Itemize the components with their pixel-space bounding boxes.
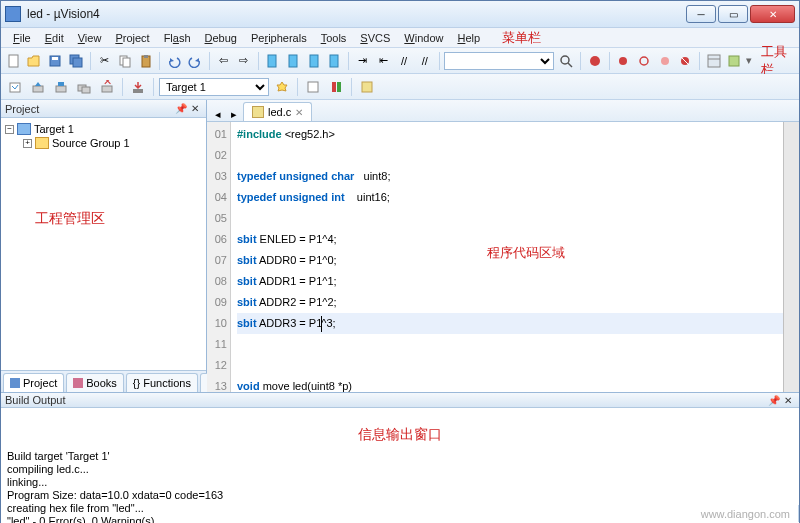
menu-tools[interactable]: Tools — [315, 30, 353, 46]
tree-target-node[interactable]: − Target 1 — [5, 122, 202, 136]
svg-text:✕: ✕ — [103, 80, 112, 87]
project-pane-header: Project 📌 ✕ — [1, 100, 206, 118]
title-bar: led - µVision4 ─ ▭ ✕ — [1, 1, 799, 28]
svg-point-16 — [619, 57, 627, 65]
undo-icon[interactable] — [165, 51, 183, 71]
app-icon — [5, 6, 21, 22]
menu-flash[interactable]: Flash — [158, 30, 197, 46]
file-ext-icon[interactable] — [303, 77, 323, 97]
menu-svcs[interactable]: SVCS — [354, 30, 396, 46]
tab-project[interactable]: Project — [3, 373, 64, 392]
nav-back-icon[interactable]: ⇦ — [214, 51, 232, 71]
tab-close-icon[interactable]: ✕ — [295, 107, 303, 118]
menu-help[interactable]: Help — [451, 30, 486, 46]
bookmark-prev-icon[interactable] — [284, 51, 302, 71]
find-icon[interactable] — [557, 51, 575, 71]
pane-close-icon[interactable]: ✕ — [781, 393, 795, 407]
expand-icon[interactable]: + — [23, 139, 32, 148]
cut-icon[interactable]: ✂ — [95, 51, 113, 71]
tab-functions[interactable]: {}Functions — [126, 373, 198, 392]
svg-rect-9 — [268, 55, 276, 67]
find-dropdown[interactable] — [444, 52, 554, 70]
svg-rect-32 — [133, 89, 143, 93]
svg-rect-2 — [52, 57, 58, 60]
main-window: led - µVision4 ─ ▭ ✕ File Edit View Proj… — [0, 0, 800, 523]
project-tree[interactable]: − Target 1 + Source Group 1 工程管理区 — [1, 118, 206, 370]
svg-point-13 — [561, 56, 569, 64]
debug-icon[interactable] — [586, 51, 604, 71]
translate-icon[interactable] — [5, 77, 25, 97]
save-all-icon[interactable] — [67, 51, 85, 71]
breakpoint-enable-icon[interactable] — [635, 51, 653, 71]
batch-build-icon[interactable] — [74, 77, 94, 97]
svg-rect-8 — [144, 55, 148, 58]
svg-rect-36 — [362, 82, 372, 92]
minimize-button[interactable]: ─ — [686, 5, 716, 23]
tree-group-node[interactable]: + Source Group 1 — [5, 136, 202, 150]
pane-pin-icon[interactable]: 📌 — [767, 393, 781, 407]
manage-books-icon[interactable] — [326, 77, 346, 97]
menu-file[interactable]: File — [7, 30, 37, 46]
editor-tab-led[interactable]: led.c ✕ — [243, 102, 312, 121]
bookmark-next-icon[interactable] — [305, 51, 323, 71]
svg-point-17 — [640, 57, 648, 65]
target-options-icon[interactable] — [272, 77, 292, 97]
maximize-button[interactable]: ▭ — [718, 5, 748, 23]
line-gutter: 01020304050607080910111213 — [207, 122, 231, 392]
nav-fwd-icon[interactable]: ⇨ — [235, 51, 253, 71]
expand-icon[interactable]: − — [5, 125, 14, 134]
editor-scrollbar[interactable] — [783, 122, 799, 392]
configure-icon[interactable] — [726, 51, 744, 71]
window-layout-icon[interactable] — [705, 51, 723, 71]
close-button[interactable]: ✕ — [750, 5, 795, 23]
status-right: www.diangon.com — [569, 505, 799, 522]
bookmark-clear-icon[interactable] — [325, 51, 343, 71]
menu-peripherals[interactable]: Peripherals — [245, 30, 313, 46]
build-icon[interactable] — [28, 77, 48, 97]
menu-debug[interactable]: Debug — [199, 30, 243, 46]
save-icon[interactable] — [46, 51, 64, 71]
project-tabs: Project Books {}Functions 0↓Templates — [1, 370, 206, 392]
comment-icon[interactable]: // — [395, 51, 413, 71]
toolbar-main: ✂ ⇦ ⇨ ⇥ ⇤ // // ▾ 工具栏 — [1, 48, 799, 74]
svg-rect-26 — [56, 86, 66, 92]
uncomment-icon[interactable]: // — [416, 51, 434, 71]
target-dropdown[interactable]: Target 1 — [159, 78, 269, 96]
svg-rect-6 — [123, 58, 130, 67]
editor-tabbar: ◂ ▸ led.c ✕ — [207, 100, 799, 122]
menu-edit[interactable]: Edit — [39, 30, 70, 46]
new-file-icon[interactable] — [5, 51, 23, 71]
rebuild-icon[interactable] — [51, 77, 71, 97]
breakpoint-insert-icon[interactable] — [614, 51, 632, 71]
tab-books[interactable]: Books — [66, 373, 124, 392]
menu-bar: File Edit View Project Flash Debug Perip… — [1, 28, 799, 48]
paste-icon[interactable] — [137, 51, 155, 71]
tab-prev-icon[interactable]: ◂ — [211, 107, 225, 121]
svg-rect-27 — [58, 82, 64, 86]
svg-rect-12 — [330, 55, 338, 67]
pane-pin-icon[interactable]: 📌 — [174, 102, 188, 116]
svg-point-18 — [661, 57, 669, 65]
redo-icon[interactable] — [186, 51, 204, 71]
download-icon[interactable] — [128, 77, 148, 97]
menu-window[interactable]: Window — [398, 30, 449, 46]
svg-rect-29 — [82, 87, 90, 93]
breakpoint-kill-icon[interactable] — [676, 51, 694, 71]
svg-rect-24 — [10, 83, 20, 92]
breakpoint-disable-icon[interactable] — [656, 51, 674, 71]
menu-project[interactable]: Project — [109, 30, 155, 46]
open-file-icon[interactable] — [26, 51, 44, 71]
tab-next-icon[interactable]: ▸ — [227, 107, 241, 121]
annotation-menubar: 菜单栏 — [502, 29, 541, 47]
code-editor[interactable]: 01020304050607080910111213 #include <reg… — [207, 122, 799, 392]
indent-icon[interactable]: ⇥ — [354, 51, 372, 71]
project-window-icon[interactable] — [357, 77, 377, 97]
svg-rect-11 — [310, 55, 318, 67]
pane-close-icon[interactable]: ✕ — [188, 102, 202, 116]
bookmark-icon[interactable] — [264, 51, 282, 71]
svg-line-14 — [568, 63, 572, 67]
outdent-icon[interactable]: ⇤ — [375, 51, 393, 71]
menu-view[interactable]: View — [72, 30, 108, 46]
stop-build-icon[interactable]: ✕ — [97, 77, 117, 97]
copy-icon[interactable] — [116, 51, 134, 71]
